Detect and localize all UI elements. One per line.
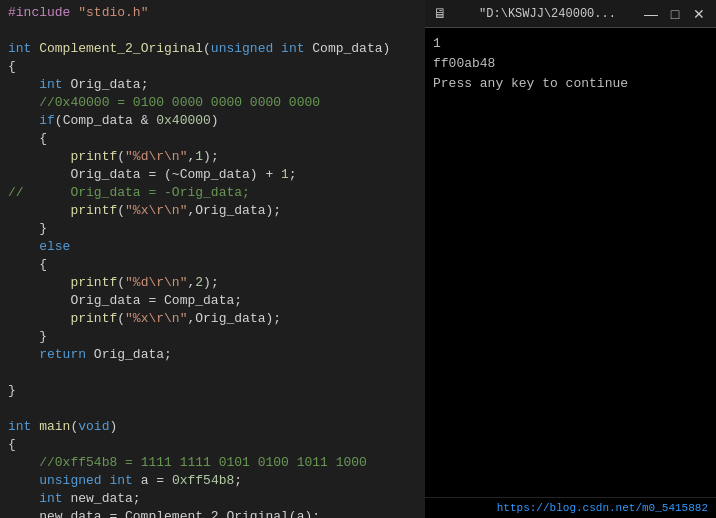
code-line-11: // Orig_data = -Orig_data; — [0, 184, 425, 202]
code-line-16: printf("%d\r\n",2); — [0, 274, 425, 292]
console-output: 1 ff00ab48 Press any key to continue — [425, 28, 716, 497]
code-line-26: //0xff54b8 = 1111 1111 0101 0100 1011 10… — [0, 454, 425, 472]
code-line-28: int new_data; — [0, 490, 425, 508]
code-line-24: int main(void) — [0, 418, 425, 436]
code-line-21 — [0, 364, 425, 382]
maximize-button[interactable]: □ — [666, 5, 684, 23]
footer-link: https://blog.csdn.net/m0_5415882 — [497, 502, 708, 514]
code-line-5: int Orig_data; — [0, 76, 425, 94]
code-line-3: int Complement_2_Original(unsigned int C… — [0, 40, 425, 58]
console-titlebar: 🖥 "D:\KSWJJ\240000... — □ ✕ — [425, 0, 716, 28]
output-line-2: ff00ab48 — [433, 54, 708, 74]
code-line-25: { — [0, 436, 425, 454]
code-line-9: printf("%d\r\n",1); — [0, 148, 425, 166]
code-line-27: unsigned int a = 0xff54b8; — [0, 472, 425, 490]
console-controls: — □ ✕ — [642, 5, 708, 23]
code-line-4: { — [0, 58, 425, 76]
code-line-18: printf("%x\r\n",Orig_data); — [0, 310, 425, 328]
code-line-2 — [0, 22, 425, 40]
console-window: 🖥 "D:\KSWJJ\240000... — □ ✕ 1 ff00ab48 P… — [425, 0, 716, 518]
minimize-button[interactable]: — — [642, 5, 660, 23]
output-line-3: Press any key to continue — [433, 74, 708, 94]
close-button[interactable]: ✕ — [690, 5, 708, 23]
code-line-23 — [0, 400, 425, 418]
output-line-1: 1 — [433, 34, 708, 54]
code-line-7: if(Comp_data & 0x40000) — [0, 112, 425, 130]
code-line-17: Orig_data = Comp_data; — [0, 292, 425, 310]
code-line-20: return Orig_data; — [0, 346, 425, 364]
code-line-8: { — [0, 130, 425, 148]
console-footer: https://blog.csdn.net/m0_5415882 — [425, 497, 716, 518]
code-line-12: printf("%x\r\n",Orig_data); — [0, 202, 425, 220]
code-line-15: { — [0, 256, 425, 274]
code-editor: #include "stdio.h" int Complement_2_Orig… — [0, 0, 425, 518]
code-line-29: new_data = Complement_2_Original(a); — [0, 508, 425, 518]
code-line-6: //0x40000 = 0100 0000 0000 0000 0000 — [0, 94, 425, 112]
code-line-19: } — [0, 328, 425, 346]
console-icon: 🖥 — [433, 6, 447, 22]
console-title: "D:\KSWJJ\240000... — [479, 7, 616, 21]
code-line-14: else — [0, 238, 425, 256]
code-line-13: } — [0, 220, 425, 238]
code-line-22: } — [0, 382, 425, 400]
code-line-1: #include "stdio.h" — [0, 4, 425, 22]
code-line-10: Orig_data = (~Comp_data) + 1; — [0, 166, 425, 184]
